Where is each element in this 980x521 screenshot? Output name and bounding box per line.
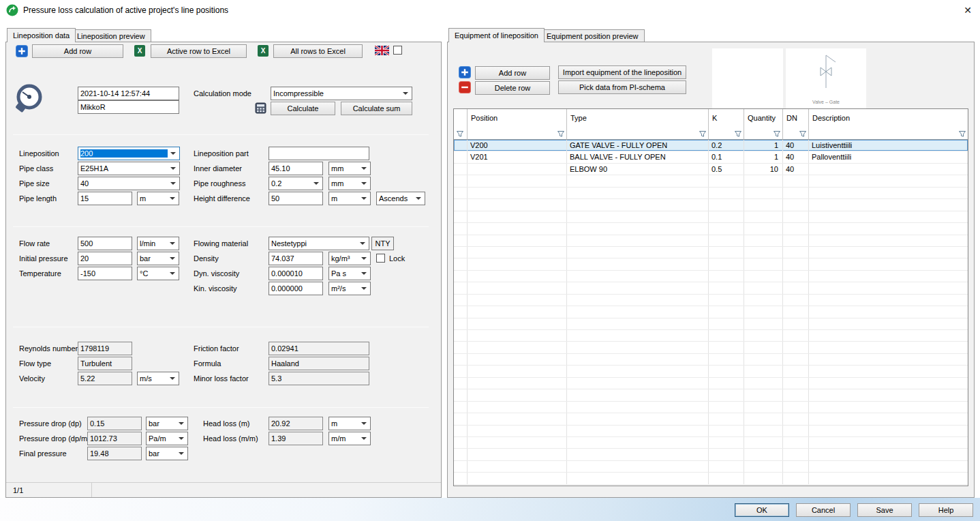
save-button[interactable]: Save [857, 503, 912, 517]
column-header-description[interactable]: Description [809, 109, 968, 139]
temperature-unit-select[interactable]: °C [137, 267, 179, 280]
height-difference-input[interactable] [269, 192, 323, 205]
final-pressure-unit-select[interactable]: bar [146, 447, 188, 460]
tab-equipment-position-preview[interactable]: Equipment position preview [540, 29, 645, 42]
height-direction-select[interactable]: Ascends [376, 192, 425, 205]
language-checkbox[interactable] [393, 46, 402, 55]
velocity-unit-select[interactable]: m/s [137, 372, 179, 385]
filter-icon[interactable] [773, 130, 781, 138]
column-header-dn[interactable]: DN [783, 109, 809, 139]
table-row[interactable] [454, 175, 968, 187]
table-row[interactable] [454, 461, 968, 473]
import-equipment-button[interactable]: Import equipment of the lineposition [558, 65, 686, 79]
lineposition-part-input[interactable] [269, 147, 369, 160]
column-header-quantity[interactable]: Quantity [744, 109, 783, 139]
active-row-to-excel-button[interactable]: Active row to Excel [151, 44, 247, 58]
tab-lineposition-data[interactable]: Lineposition data [7, 28, 76, 42]
pipe-size-select[interactable]: 40 [78, 177, 180, 190]
table-row[interactable] [454, 330, 968, 342]
calculate-button[interactable]: Calculate [271, 102, 335, 115]
table-row[interactable] [454, 426, 968, 437]
tab-equipment-of-lineposition[interactable]: Equipment of lineposition [448, 28, 545, 42]
filter-icon[interactable] [958, 130, 966, 138]
filter-icon[interactable] [557, 130, 565, 138]
table-row[interactable] [454, 402, 968, 413]
table-row[interactable] [454, 378, 968, 389]
user-field[interactable] [78, 100, 179, 114]
pipe-length-input[interactable] [78, 192, 132, 205]
flowing-material-select[interactable]: Nestetyppi [269, 237, 369, 250]
table-row[interactable] [454, 247, 968, 258]
add-icon[interactable] [459, 66, 471, 78]
table-row[interactable] [454, 449, 968, 460]
dyn-viscosity-input[interactable] [269, 267, 323, 280]
table-row[interactable] [454, 354, 968, 366]
density-unit-select[interactable]: kg/m³ [328, 252, 371, 265]
initial-pressure-unit-select[interactable]: bar [137, 252, 179, 265]
table-row[interactable] [454, 295, 968, 306]
initial-pressure-input[interactable] [78, 252, 132, 265]
add-icon[interactable] [16, 45, 28, 57]
lock-checkbox[interactable] [376, 254, 385, 263]
filter-icon[interactable] [456, 130, 464, 138]
density-input[interactable] [269, 252, 323, 265]
table-row[interactable] [454, 258, 968, 270]
table-row[interactable] [454, 211, 968, 223]
lineposition-select[interactable]: 200 [78, 147, 180, 160]
pressure-drop-per-m-unit-select[interactable]: Pa/m [146, 432, 188, 445]
pipe-roughness-select[interactable]: 0.2 [269, 177, 323, 190]
table-row[interactable] [454, 437, 968, 449]
table-row[interactable] [454, 413, 968, 425]
filter-icon[interactable] [699, 130, 707, 138]
column-header-type[interactable]: Type [567, 109, 709, 139]
table-row[interactable] [454, 473, 968, 484]
table-row[interactable] [454, 223, 968, 235]
flow-rate-input[interactable] [78, 237, 132, 250]
inner-diameter-input[interactable] [269, 162, 323, 175]
column-header-indicator[interactable] [454, 109, 468, 139]
table-row[interactable]: V201BALL VALVE - FULLY OPEN0.1140Pallove… [454, 151, 968, 163]
table-row[interactable] [454, 366, 968, 377]
table-row[interactable]: ELBOW 900.51040 [454, 164, 968, 175]
head-loss-per-m-unit-select[interactable]: m/m [328, 432, 371, 445]
table-row[interactable] [454, 342, 968, 353]
filter-icon[interactable] [734, 130, 742, 138]
ok-button[interactable]: OK [735, 503, 789, 517]
delete-row-button[interactable]: Delete row [475, 81, 550, 95]
close-button[interactable]: ✕ [958, 2, 977, 18]
pressure-drop-unit-select[interactable]: bar [146, 417, 188, 430]
table-row[interactable] [454, 188, 968, 199]
table-row[interactable]: V200GATE VALVE - FULLY OPEN0.2140Luistiv… [454, 140, 968, 151]
help-button[interactable]: Help [919, 503, 973, 517]
pipe-roughness-unit-select[interactable]: mm [328, 177, 371, 190]
cancel-button[interactable]: Cancel [796, 503, 851, 517]
temperature-input[interactable] [78, 267, 132, 280]
flow-rate-unit-select[interactable]: l/min [137, 237, 179, 250]
table-row[interactable] [454, 389, 968, 401]
pick-data-button[interactable]: Pick data from PI-schema [558, 80, 686, 94]
filter-icon[interactable] [799, 130, 807, 138]
timestamp-field[interactable] [78, 87, 179, 100]
add-row-button[interactable]: Add row [32, 44, 123, 58]
column-header-k[interactable]: K [709, 109, 744, 139]
pipe-class-select[interactable]: E25H1A [78, 162, 180, 175]
table-row[interactable] [454, 318, 968, 330]
table-row[interactable] [454, 271, 968, 282]
equipment-add-row-button[interactable]: Add row [475, 66, 550, 80]
table-row[interactable] [454, 235, 968, 247]
inner-diameter-unit-select[interactable]: mm [328, 162, 371, 175]
height-difference-unit-select[interactable]: m [328, 192, 371, 205]
table-row[interactable] [454, 199, 968, 211]
table-row[interactable] [454, 306, 968, 318]
head-loss-unit-select[interactable]: m [328, 417, 371, 430]
kin-viscosity-unit-select[interactable]: m²/s [328, 282, 371, 295]
pipe-length-unit-select[interactable]: m [137, 192, 179, 205]
delete-icon[interactable] [459, 81, 471, 93]
table-row[interactable] [454, 282, 968, 294]
calculate-sum-button[interactable]: Calculate sum [341, 102, 412, 115]
column-header-position[interactable]: Position [468, 109, 567, 139]
all-rows-to-excel-button[interactable]: All rows to Excel [273, 44, 363, 58]
tab-lineposition-preview[interactable]: Lineposition preview [71, 29, 151, 42]
dyn-viscosity-unit-select[interactable]: Pa s [328, 267, 371, 280]
kin-viscosity-input[interactable] [269, 282, 323, 295]
